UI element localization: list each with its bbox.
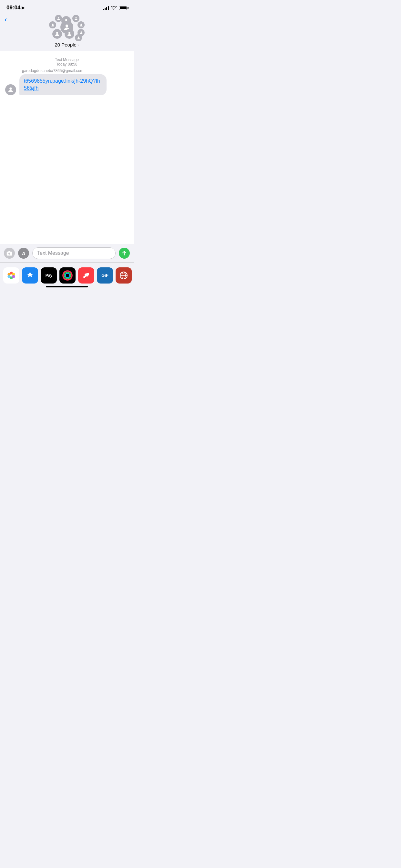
camera-button[interactable]	[4, 248, 15, 259]
applepay-app-icon[interactable]: Pay	[41, 268, 57, 283]
message-timestamp-header: Text Message Today 08:58	[5, 58, 128, 66]
wifi-icon	[111, 6, 117, 10]
svg-point-1	[66, 25, 68, 27]
message-source: Text Message	[5, 58, 128, 62]
svg-point-10	[9, 87, 11, 89]
battery-icon	[119, 6, 127, 10]
message-time: Today 08:58	[5, 62, 128, 66]
music-app-icon[interactable]	[78, 268, 94, 283]
svg-point-3	[81, 24, 82, 25]
signal-strength	[103, 6, 109, 10]
send-button[interactable]	[119, 248, 130, 259]
avatar	[75, 34, 82, 41]
svg-point-4	[81, 31, 82, 33]
apps-button[interactable]: A	[18, 248, 29, 259]
svg-point-2	[75, 17, 76, 19]
avatar	[78, 21, 85, 28]
location-icon: ▶	[22, 5, 25, 10]
message-bubble: t6569855yn.page.link/jh-29hQ?fh56&jfh	[19, 74, 106, 95]
avatar	[52, 29, 62, 39]
nav-bar: ‹	[0, 13, 134, 51]
status-right-icons	[103, 6, 127, 10]
group-avatars	[49, 15, 85, 41]
sender-avatar	[5, 84, 16, 95]
group-name-label[interactable]: 20 People ›	[55, 42, 79, 48]
gif-app-icon[interactable]: GiF	[97, 268, 113, 283]
avatar	[55, 15, 62, 22]
svg-point-6	[52, 24, 53, 25]
svg-point-18	[10, 274, 12, 276]
svg-point-8	[68, 32, 70, 34]
message-link[interactable]: t6569855yn.page.link/jh-29hQ?fh56&jfh	[24, 78, 100, 91]
svg-point-5	[58, 17, 59, 19]
input-bar: A Text Message	[0, 244, 134, 262]
back-button[interactable]: ‹	[4, 16, 7, 24]
status-bar: 09:04 ▶	[0, 0, 134, 13]
status-time: 09:04 ▶	[6, 4, 25, 11]
avatar	[72, 15, 80, 22]
photos-app-icon[interactable]	[3, 268, 19, 283]
clock: 09:04	[6, 4, 20, 11]
home-indicator	[46, 286, 88, 287]
avatar	[49, 21, 56, 28]
sender-email: garedagdesaneba7865@gmail.com	[22, 68, 128, 73]
fitness-app-icon[interactable]	[59, 268, 75, 283]
message-row: t6569855yn.page.link/jh-29hQ?fh56&jfh	[5, 74, 128, 95]
globe-search-app-icon[interactable]	[116, 268, 132, 283]
svg-point-21	[66, 273, 70, 277]
svg-point-11	[8, 253, 10, 255]
appstore-app-icon[interactable]	[22, 268, 38, 283]
group-contact[interactable]: 20 People ›	[49, 15, 85, 48]
chevron-right-icon: ›	[78, 42, 79, 48]
message-input[interactable]: Text Message	[32, 247, 116, 259]
dock-bar: Pay GiF	[0, 262, 134, 289]
messages-area: Text Message Today 08:58 garedagdesaneba…	[0, 51, 134, 244]
avatar	[65, 29, 74, 39]
svg-point-9	[78, 36, 79, 38]
svg-point-16	[7, 275, 11, 278]
svg-point-7	[56, 32, 58, 34]
svg-point-17	[12, 275, 15, 278]
